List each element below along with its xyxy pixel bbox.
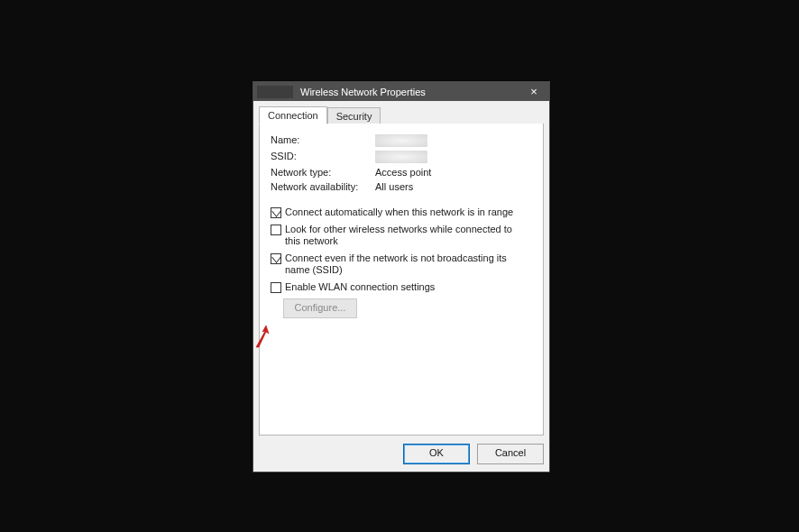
tab-connection[interactable]: Connection (259, 106, 327, 124)
checkbox-enable-wlan[interactable] (271, 282, 281, 293)
network-availability-value: All users (375, 181, 532, 192)
titlebar[interactable]: Wireless Network Properties × (253, 82, 549, 101)
name-value (375, 134, 427, 147)
checkbox-enable-wlan-row: Enable WLAN connection settings (271, 281, 532, 293)
checkbox-connect-hidden-row: Connect even if the network is not broad… (271, 252, 532, 276)
checkbox-auto-connect-row: Connect automatically when this network … (271, 206, 532, 218)
checkbox-connect-hidden-label: Connect even if the network is not broad… (285, 252, 519, 276)
button-bar: OK Cancel (403, 441, 544, 466)
checkbox-auto-connect[interactable] (271, 207, 281, 218)
checkbox-look-other-row: Look for other wireless networks while c… (271, 224, 532, 247)
network-type-value: Access point (375, 167, 532, 178)
window-title: Wireless Network Properties (300, 87, 426, 97)
ssid-value (375, 151, 427, 163)
wireless-network-properties-dialog: Wireless Network Properties × Connection… (253, 81, 550, 472)
tab-label: Security (336, 111, 372, 122)
client-area: Connection Security Name: SSID: Network … (259, 106, 544, 466)
configure-button-label: Configure... (295, 302, 346, 313)
checkbox-auto-connect-label: Connect automatically when this network … (285, 206, 513, 218)
checkbox-look-other[interactable] (271, 225, 281, 235)
close-icon: × (530, 85, 537, 98)
checkbox-enable-wlan-label: Enable WLAN connection settings (285, 281, 435, 293)
ssid-label: SSID: (271, 151, 370, 163)
tab-label: Connection (268, 110, 318, 121)
network-availability-label: Network availability: (271, 181, 370, 192)
cancel-button[interactable]: Cancel (477, 444, 544, 464)
ok-button[interactable]: OK (403, 444, 470, 464)
system-icon (257, 86, 293, 98)
tab-strip: Connection Security (259, 106, 544, 124)
cancel-button-label: Cancel (495, 447, 526, 458)
checkbox-look-other-label: Look for other wireless networks while c… (285, 224, 519, 247)
network-type-label: Network type: (271, 167, 370, 178)
annotation-arrow-icon (253, 324, 274, 349)
ok-button-label: OK (429, 447, 444, 458)
tab-security[interactable]: Security (327, 107, 381, 124)
checkbox-connect-hidden[interactable] (271, 253, 281, 264)
configure-button: Configure... (283, 298, 357, 318)
network-properties-grid: Name: SSID: Network type: Access point N… (271, 134, 532, 192)
close-button[interactable]: × (519, 82, 549, 101)
connection-panel: Name: SSID: Network type: Access point N… (259, 124, 544, 436)
name-label: Name: (271, 134, 370, 147)
